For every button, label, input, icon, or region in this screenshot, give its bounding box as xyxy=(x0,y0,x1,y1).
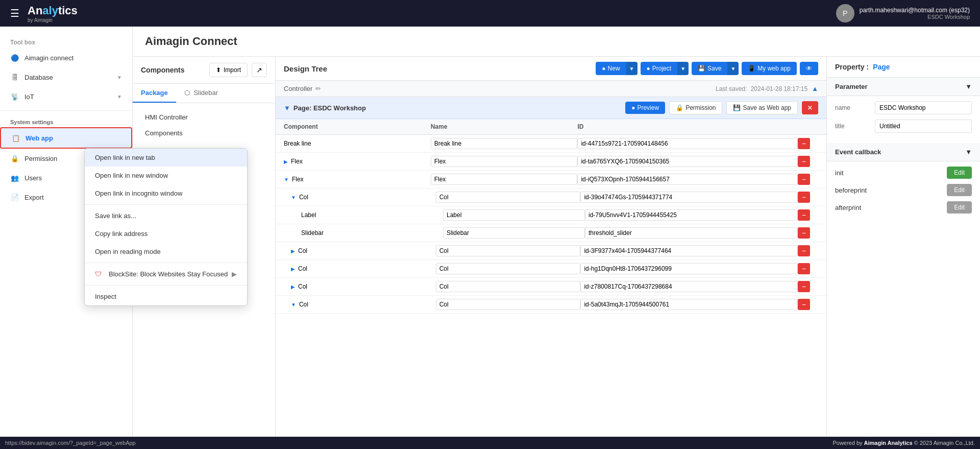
component-label: Break line xyxy=(284,140,311,147)
id-input[interactable] xyxy=(585,209,798,221)
remove-button[interactable]: − xyxy=(798,138,810,149)
remove-button[interactable]: − xyxy=(798,281,810,292)
name-property-row: name xyxy=(835,101,972,114)
table-row: ▼ Flex − xyxy=(276,171,826,188)
component-label: Col xyxy=(299,301,308,308)
remove-button[interactable]: − xyxy=(798,156,810,167)
context-open-new-tab[interactable]: Open link in new tab xyxy=(85,149,247,167)
context-blocksite[interactable]: 🛡 BlockSite: Block Websites Stay Focused… xyxy=(85,265,247,283)
expand-icon[interactable]: ▶ xyxy=(291,266,295,272)
sidebar-item-database[interactable]: 🗄 Database ▼ xyxy=(0,67,132,87)
name-input[interactable] xyxy=(431,138,578,149)
name-input[interactable] xyxy=(436,245,581,256)
table-row: ▶ Flex − xyxy=(276,153,826,171)
expand-icon[interactable]: ▶ xyxy=(291,284,295,290)
tab-slidebar[interactable]: ⬡ Slidebar xyxy=(176,84,226,103)
afterprint-edit-button[interactable]: Edit xyxy=(947,201,972,214)
name-input[interactable] xyxy=(875,101,972,114)
context-inspect[interactable]: Inspect xyxy=(85,288,247,305)
remove-button[interactable]: − xyxy=(798,209,810,221)
center-panel: Design Tree ● New ▼ ● Proje xyxy=(276,57,827,449)
context-open-new-window[interactable]: Open link in new window xyxy=(85,167,247,184)
project-dropdown-button[interactable]: ▼ xyxy=(677,62,689,75)
remove-button[interactable]: − xyxy=(798,227,810,239)
init-edit-button[interactable]: Edit xyxy=(947,167,972,179)
remove-button[interactable]: − xyxy=(798,299,810,310)
id-input[interactable] xyxy=(585,227,798,239)
title-input[interactable] xyxy=(875,120,972,133)
new-button[interactable]: ● New xyxy=(596,62,626,75)
import-button[interactable]: ⬆ Import xyxy=(209,63,248,77)
preview-button[interactable]: ● Preview xyxy=(625,102,665,114)
save-dropdown-button[interactable]: ▼ xyxy=(727,62,739,75)
topbar: ☰ Analytics by Aimagin P parth.maheshwar… xyxy=(0,0,980,27)
save-webapp-button[interactable]: 💾 Save as Web app xyxy=(726,101,798,114)
user-email: parth.maheshwari@hotmail.com (esp32) xyxy=(860,7,970,14)
last-saved-label: Last saved: 2024-01-28 18:17:15 xyxy=(716,85,807,92)
id-input[interactable] xyxy=(577,138,798,149)
collapse-icon[interactable]: ▼ xyxy=(291,302,296,308)
id-input[interactable] xyxy=(577,174,798,185)
event-section-header[interactable]: Event callback ▼ xyxy=(827,143,980,161)
table-row: ▼ Col − xyxy=(276,296,826,314)
name-input[interactable] xyxy=(431,156,578,167)
id-input[interactable] xyxy=(580,281,798,292)
event-init-row: init Edit xyxy=(835,167,972,179)
context-open-reading[interactable]: Open in reading mode xyxy=(85,243,247,261)
sidebar-item-label: IoT xyxy=(24,93,34,101)
name-input[interactable] xyxy=(443,209,585,221)
my-webapp-button[interactable]: 📱 My web app xyxy=(742,62,797,75)
design-tree-header: Design Tree ● New ▼ ● Proje xyxy=(276,57,826,81)
panel-tabs: Package ⬡ Slidebar xyxy=(133,84,275,103)
remove-button[interactable]: − xyxy=(798,263,810,274)
new-dropdown-button[interactable]: ▼ xyxy=(626,62,638,75)
close-button[interactable]: ✕ xyxy=(802,101,818,114)
user-workshop: ESDC Workshop xyxy=(860,14,970,20)
beforeprint-edit-button[interactable]: Edit xyxy=(947,184,972,196)
collapse-icon[interactable]: ▼ xyxy=(284,177,289,182)
context-copy-link[interactable]: Copy link address xyxy=(85,225,247,243)
save-button[interactable]: 💾 Save xyxy=(692,62,727,75)
name-input[interactable] xyxy=(436,299,581,310)
scroll-up-icon[interactable]: ▲ xyxy=(812,85,818,92)
content-area: Aimagin Connect Components ⬆ Import ↗ xyxy=(133,27,980,449)
name-input[interactable] xyxy=(436,192,581,203)
page-bar-title-text: Page: ESDC Workshop xyxy=(293,104,366,112)
collapse-icon[interactable]: ▼ xyxy=(291,195,296,200)
sidebar-item-iot[interactable]: 📡 IoT ▼ xyxy=(0,87,132,106)
panel-item-components[interactable]: Components xyxy=(139,125,269,141)
id-input[interactable] xyxy=(580,299,798,310)
eye-button[interactable]: 👁 xyxy=(800,62,818,75)
panel-item-hmi-controller[interactable]: HMI Controller xyxy=(139,109,269,125)
edit-icon[interactable]: ✏ xyxy=(315,85,321,92)
name-input[interactable] xyxy=(436,263,581,274)
sidebar-item-aimagin-connect[interactable]: 🔵 Aimagin connect xyxy=(0,48,132,67)
menu-icon[interactable]: ☰ xyxy=(10,7,19,19)
expand-icon[interactable]: ▶ xyxy=(291,248,295,254)
id-input[interactable] xyxy=(577,156,798,167)
name-input[interactable] xyxy=(443,227,585,239)
collapse-icon[interactable]: ▼ xyxy=(284,104,290,112)
name-input[interactable] xyxy=(436,281,581,292)
export-icon-button[interactable]: ↗ xyxy=(252,63,267,77)
remove-button[interactable]: − xyxy=(798,192,810,203)
project-button[interactable]: ● Project xyxy=(641,62,678,75)
submenu-arrow-icon: ▶ xyxy=(232,270,237,278)
remove-button[interactable]: − xyxy=(798,174,810,185)
id-input[interactable] xyxy=(580,245,798,256)
sidebar-item-label: Export xyxy=(24,194,44,201)
context-save-link-as[interactable]: Save link as... xyxy=(85,207,247,225)
statusbar: https://bidev.aimagin.com/?_pageId=_page… xyxy=(0,437,980,449)
expand-icon[interactable]: ▶ xyxy=(284,159,288,164)
name-input[interactable] xyxy=(431,174,578,185)
chevron-down-icon: ▼ xyxy=(965,83,972,90)
parameter-section-header[interactable]: Parameter ▼ xyxy=(827,78,980,96)
tab-package[interactable]: Package xyxy=(133,84,176,103)
sidebar-item-web-app[interactable]: 📋 Web app xyxy=(0,127,132,149)
remove-button[interactable]: − xyxy=(798,245,810,256)
permission-button[interactable]: 🔒 Permission xyxy=(669,101,722,114)
tree-table: Component Name ID Break line xyxy=(276,119,826,449)
context-open-incognito[interactable]: Open link in incognito window xyxy=(85,184,247,202)
id-input[interactable] xyxy=(580,192,798,203)
id-input[interactable] xyxy=(580,263,798,274)
